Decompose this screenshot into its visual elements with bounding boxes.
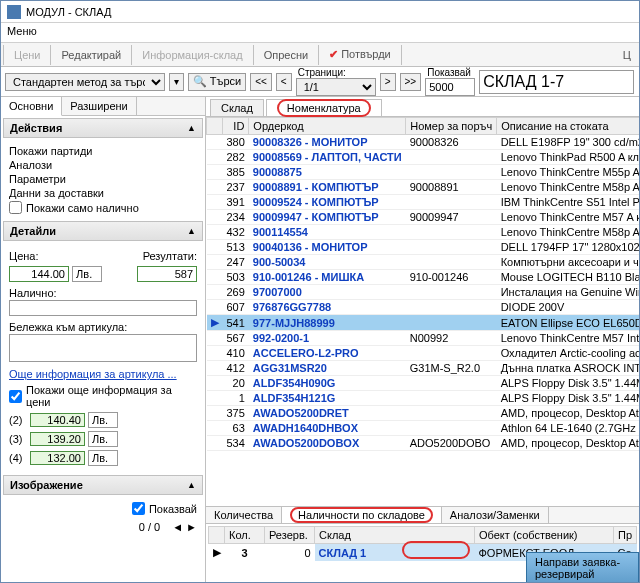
check-icon: ✔ <box>329 48 338 60</box>
avail-input[interactable] <box>9 300 197 316</box>
table-row[interactable]: 432900114554Lenovo ThinkCentre M58p A кл… <box>207 225 640 240</box>
table-row[interactable]: 28290008569 - ЛАПТОП, ЧАСТИLenovo ThinkP… <box>207 150 640 165</box>
edit-button[interactable]: Редактирай <box>53 46 129 64</box>
table-row[interactable]: 375AWADO5200DRETAMD, процесор, Desktop A… <box>207 406 640 421</box>
refresh-button[interactable]: Опресни <box>256 46 316 64</box>
tab-availability[interactable]: Наличности по складове <box>282 507 442 523</box>
highlight-circle <box>402 541 470 559</box>
tab-store[interactable]: Склад <box>210 99 264 116</box>
table-row[interactable]: 51390040136 - МОНИТОРDELL 1794FP 17" 128… <box>207 240 640 255</box>
more-info-link[interactable]: Още информация за артикула ... <box>9 367 197 381</box>
table-row[interactable]: 38090008326 - МОНИТОР90008326DELL E198FP… <box>207 135 640 150</box>
toolbar: Цени Редактирай Информация-склад Опресни… <box>1 43 639 67</box>
results-value: 587 <box>137 266 197 282</box>
action-item[interactable]: Аналози <box>9 158 197 172</box>
window-title: МОДУЛ - СКЛАД <box>26 6 111 18</box>
show-input[interactable] <box>425 78 475 96</box>
table-row[interactable]: 1ALDF354H121GALPS Floppy Disk 3.5" 1.44M… <box>207 391 640 406</box>
table-row[interactable]: 534AWADO5200DOBOXADO5200DOBOAMD, процесо… <box>207 436 640 451</box>
show-label: Показвай <box>427 67 473 78</box>
tab-quantities[interactable]: Количества <box>206 507 282 523</box>
table-row[interactable]: ▶541977-MJJH88999EATON Ellipse ECO EL650… <box>207 315 640 331</box>
note-textarea[interactable] <box>9 334 197 362</box>
table-row[interactable]: 23790008891 - КОМПЮТЪР90008891Lenovo Thi… <box>207 180 640 195</box>
table-row[interactable]: 39190009524 - КОМПЮТЪРIBM ThinkCentre S5… <box>207 195 640 210</box>
image-pager: 0 / 0 <box>139 521 160 533</box>
search-icon: 🔍 <box>193 75 207 87</box>
show-prices-checkbox[interactable] <box>9 390 22 403</box>
tab-extended[interactable]: Разширени <box>62 97 136 115</box>
bottom-panel: Кол. Резерв. Склад Обект (собственик) Пр… <box>206 524 639 583</box>
actions-header[interactable]: Действия▲ <box>3 118 203 138</box>
right-panel: Склад Номенклатура ID Ордеркод Номер за … <box>206 97 639 583</box>
actions-body: Покажи партиди Аналози Параметри Данни з… <box>1 140 205 219</box>
search-button[interactable]: 🔍 Търси <box>188 73 246 91</box>
details-header[interactable]: Детайли▲ <box>3 221 203 241</box>
table-row[interactable]: 247900-50034Компютърни аксесоари и части <box>207 255 640 270</box>
store-input[interactable] <box>479 70 634 94</box>
tab-nomenclature[interactable]: Номенклатура <box>266 99 382 116</box>
next-page-button[interactable]: > <box>380 73 396 91</box>
confirm-button[interactable]: ✔Потвърди <box>321 45 399 64</box>
table-row[interactable]: 567992-0200-1N00992Lenovo ThinkCentre M5… <box>207 331 640 346</box>
table-row[interactable]: 503910-001246 - МИШКА910-001246Mouse LOG… <box>207 270 640 285</box>
only-avail-checkbox[interactable] <box>9 201 22 214</box>
action-item[interactable]: Покажи партиди <box>9 144 197 158</box>
table-row[interactable]: 20ALDF354H090GALPS Floppy Disk 3.5" 1.44… <box>207 376 640 391</box>
first-page-button[interactable]: << <box>250 73 272 91</box>
table-row[interactable]: 38590008875Lenovo ThinkCentre M55p A кла… <box>207 165 640 180</box>
details-body: Цена: Резултати: 144.00 Лв. 587 Налично:… <box>1 243 205 473</box>
next-image-button[interactable]: ► <box>186 521 197 533</box>
titlebar: МОДУЛ - СКЛАД <box>1 1 639 23</box>
chevron-up-icon: ▲ <box>187 123 196 133</box>
col-code[interactable]: Ордеркод <box>249 118 406 135</box>
searchbar: Стандартен метод за търсене ▾ 🔍 Търси <<… <box>1 67 639 97</box>
image-header[interactable]: Изображение▲ <box>3 475 203 495</box>
info-button[interactable]: Информация-склад <box>134 46 250 64</box>
table-row[interactable]: 412AGG31MSR20G31M-S_R2.0Дънна платка ASR… <box>207 361 640 376</box>
action-item[interactable]: Данни за доставки <box>9 186 197 200</box>
right-button[interactable]: Ц <box>615 46 639 64</box>
table-row[interactable]: 607976876GG7788DIODE 200V <box>207 300 640 315</box>
table-row[interactable]: 410ACCELERO-L2-PROОхладител Arctic-cooli… <box>207 346 640 361</box>
prev-image-button[interactable]: ◄ <box>172 521 183 533</box>
tab-analogs[interactable]: Аналози/Заменки <box>442 507 549 523</box>
show-image-checkbox[interactable] <box>132 502 145 515</box>
menubar[interactable]: Меню <box>1 23 639 43</box>
chevron-up-icon: ▲ <box>187 226 196 236</box>
last-page-button[interactable]: >> <box>400 73 422 91</box>
pages-select[interactable]: 1/1 <box>296 78 376 96</box>
search-method-select[interactable]: Стандартен метод за търсене <box>5 73 165 91</box>
action-item[interactable]: Параметри <box>9 172 197 186</box>
dropdown-button[interactable]: ▾ <box>169 73 184 91</box>
chevron-up-icon: ▲ <box>187 480 196 490</box>
col-desc[interactable]: Описание на стоката <box>497 118 639 135</box>
col-order[interactable]: Номер за поръч <box>406 118 497 135</box>
app-icon <box>7 5 21 19</box>
price-value: 144.00 <box>9 266 69 282</box>
prices-button[interactable]: Цени <box>6 46 48 64</box>
table-row[interactable]: 26997007000Инсталация на Genuine Windows… <box>207 285 640 300</box>
prev-page-button[interactable]: < <box>276 73 292 91</box>
col-id[interactable]: ID <box>223 118 249 135</box>
left-panel: Основни Разширени Действия▲ Покажи парти… <box>1 97 206 583</box>
menu-item[interactable]: Меню <box>7 25 37 37</box>
tooltip: Направи заявка-резервирай количества <box>526 552 639 583</box>
image-body: Показвай 0 / 0 ◄ ► <box>1 497 205 538</box>
tab-main[interactable]: Основни <box>1 97 62 116</box>
pages-label: Страници: <box>298 67 374 78</box>
table-row[interactable]: 23490009947 - КОМПЮТЪР90009947Lenovo Thi… <box>207 210 640 225</box>
table-row[interactable]: 63AWADH1640DHBOXAthlon 64 LE-1640 (2.7GH… <box>207 421 640 436</box>
main-grid[interactable]: ID Ордеркод Номер за поръч Описание на с… <box>206 117 639 506</box>
